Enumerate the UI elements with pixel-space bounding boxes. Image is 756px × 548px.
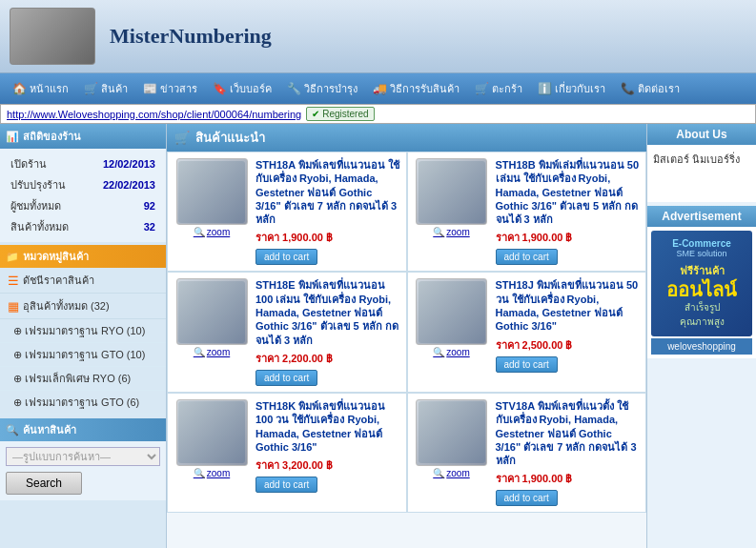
- zoom-icon-sth18k: 🔍: [194, 468, 205, 478]
- nav-about[interactable]: เกี่ยวกับเรา: [531, 77, 612, 100]
- search-button[interactable]: Search: [6, 472, 82, 495]
- search-section-header: 🔍 ค้นหาสินค้า: [0, 418, 166, 441]
- sidebar-subitem-ryo6[interactable]: ⊕ เฟรมเล็กพิเศษ RYO (6): [0, 367, 166, 391]
- url-text[interactable]: http://www.Weloveshopping.com/shop/clien…: [7, 109, 301, 120]
- main-nav: หน้าแรก สินค้า ข่าวสาร เว็บบอร์ค วิธีการ…: [0, 73, 756, 104]
- search-content: —รูปแบบการค้นหา— Search: [0, 441, 166, 500]
- product-name-stv18a[interactable]: STV18A พิมพ์เลขที่แนวตั้ง ใช้กับเครื่อง …: [496, 399, 641, 467]
- products-count-value: 32: [88, 217, 158, 236]
- zoom-icon-stv18a: 🔍: [433, 468, 444, 478]
- add-to-cart-sth18a[interactable]: add to cart: [255, 249, 317, 265]
- product-cell-sth18j: 🔍 zoom STH18J พิมพ์เลขที่แนวนอน 50 วน ใช…: [407, 272, 647, 392]
- product-img-wrap-sth18k: 🔍 zoom: [174, 399, 250, 506]
- site-title: MisterNumbering: [110, 24, 272, 49]
- ad-banner[interactable]: E-Commerce SME solution ฟรีร้านค้า ออนไล…: [651, 231, 752, 336]
- nav-cart[interactable]: ตะกร้า: [468, 77, 529, 100]
- product-name-sth18b[interactable]: STH18B พิมพ์เล่มที่แนวนอน 50 เล่มน ใช้กั…: [496, 158, 641, 226]
- product-img-wrap-sth18b: 🔍 zoom: [414, 158, 490, 265]
- zoom-link-sth18e[interactable]: 🔍 zoom: [194, 347, 230, 357]
- category-icon: 📁: [6, 251, 19, 263]
- product-cell-stv18a: 🔍 zoom STV18A พิมพ์เลขที่แนวตั้ง ใช้กับเ…: [407, 393, 647, 513]
- registered-label: Registered: [322, 109, 368, 119]
- product-name-sth18j[interactable]: STH18J พิมพ์เลขที่แนวนอน 50 วน ใช้กับเคร…: [496, 278, 641, 333]
- nav-news[interactable]: ข่าวสาร: [136, 77, 204, 100]
- stats-header: 📊 สถิติของร้าน: [0, 124, 166, 149]
- product-image-sth18j: [416, 278, 487, 345]
- main-content: 🛒 สินค้าแนะนำ 🔍 zoom STH18A พิมพ์เลขที่แ…: [167, 124, 646, 548]
- add-to-cart-sth18b[interactable]: add to cart: [496, 249, 558, 265]
- product-name-sth18k[interactable]: STH18K พิมพ์เลขที่แนวนอน 100 วน ใช้กับเค…: [255, 399, 400, 454]
- zoom-icon-sth18e: 🔍: [194, 347, 205, 357]
- product-info-sth18k: STH18K พิมพ์เลขที่แนวนอน 100 วน ใช้กับเค…: [255, 399, 400, 506]
- sidebar-subitem-gto6[interactable]: ⊕ เฟรมมาตราฐาน GTO (6): [0, 391, 166, 415]
- open-label: เปิดร้าน: [8, 154, 86, 173]
- product-cell-sth18e: 🔍 zoom STH18E พิมพ์เลขที่แนวนอน 100 เล่ม…: [167, 272, 407, 392]
- contact-icon: [621, 82, 635, 95]
- add-to-cart-sth18e[interactable]: add to cart: [255, 370, 317, 386]
- add-to-cart-sth18j[interactable]: add to cart: [496, 356, 558, 373]
- search-format-select[interactable]: —รูปแบบการค้นหา—: [6, 447, 160, 466]
- stats-row-open: เปิดร้าน 12/02/2013: [8, 154, 158, 173]
- zoom-icon-sth18j: 🔍: [433, 347, 444, 357]
- nav-webboard[interactable]: เว็บบอร์ค: [206, 77, 278, 100]
- zoom-link-stv18a[interactable]: 🔍 zoom: [433, 468, 469, 478]
- about-us-header: About Us: [647, 124, 756, 145]
- ad-sub-badge: SME solution: [655, 249, 748, 258]
- checkmark-icon: [312, 109, 319, 119]
- registered-badge: Registered: [306, 107, 374, 121]
- zoom-link-sth18a[interactable]: 🔍 zoom: [194, 227, 230, 237]
- product-price-stv18a: ราคา 1,900.00 ฿: [496, 470, 641, 487]
- product-image-sth18b: [416, 158, 487, 225]
- product-name-sth18e[interactable]: STH18E พิมพ์เลขที่แนวนอน 100 เล่มน ใช้กั…: [255, 278, 400, 346]
- right-sidebar: About Us มิสเตอร์ นิมเบอร์ริ่ง Advertise…: [646, 124, 756, 548]
- zoom-link-sth18j[interactable]: 🔍 zoom: [433, 347, 469, 357]
- ad-content: E-Commerce SME solution ฟรีร้านค้า ออนไล…: [647, 227, 756, 358]
- stats-row-update: ปรับปรุงร้าน 22/02/2013: [8, 175, 158, 194]
- list-icon: ☰: [8, 274, 19, 288]
- content-header: 🛒 สินค้าแนะนำ: [167, 124, 646, 152]
- page-header: MisterNumbering: [0, 0, 756, 73]
- category-header: 📁 หมวดหมู่สินค้า: [0, 245, 166, 268]
- stats-table: เปิดร้าน 12/02/2013 ปรับปรุงร้าน 22/02/2…: [0, 149, 166, 242]
- zoom-link-sth18k[interactable]: 🔍 zoom: [194, 468, 230, 478]
- nav-home-label: หน้าแรก: [30, 80, 69, 97]
- ryo6-label: เฟรมเล็กพิเศษ RYO (6): [25, 373, 131, 384]
- zoom-link-sth18b[interactable]: 🔍 zoom: [433, 227, 469, 237]
- left-sidebar: 📊 สถิติของร้าน เปิดร้าน 12/02/2013 ปรับป…: [0, 124, 167, 548]
- zoom-icon-sth18b: 🔍: [433, 227, 444, 237]
- ad-free-text: ฟรีร้านค้า: [655, 262, 748, 279]
- search-magnify-icon: 🔍: [6, 424, 19, 436]
- nav-delivery[interactable]: วิธีการรับสินค้า: [366, 77, 466, 100]
- nav-webboard-label: เว็บบอร์ค: [230, 80, 272, 97]
- product-img-wrap-stv18a: 🔍 zoom: [414, 399, 490, 506]
- nav-contact-label: ติดต่อเรา: [638, 80, 680, 97]
- ad-big-text: ออนไลน์: [655, 279, 748, 300]
- nav-contact[interactable]: ติดต่อเรา: [614, 77, 686, 100]
- add-to-cart-stv18a[interactable]: add to cart: [496, 490, 558, 506]
- cart-header-icon: 🛒: [174, 131, 190, 145]
- product-image-sth18a: [176, 158, 248, 225]
- open-value: 12/02/2013: [88, 154, 158, 173]
- nav-delivery-label: วิธีการรับสินค้า: [390, 80, 460, 97]
- product-info-sth18j: STH18J พิมพ์เลขที่แนวนอน 50 วน ใช้กับเคร…: [496, 278, 641, 385]
- stats-icon: 📊: [6, 131, 19, 143]
- nav-products[interactable]: สินค้า: [77, 77, 134, 100]
- sidebar-subitem-ryo10[interactable]: ⊕ เฟรมมาตราฐาน RYO (10): [0, 319, 166, 343]
- nav-maintenance[interactable]: วิธีการบำรุง: [280, 77, 364, 100]
- nav-maintenance-label: วิธีการบำรุง: [304, 80, 358, 97]
- sidebar-subitem-gto10[interactable]: ⊕ เฟรมมาตราฐาน GTO (10): [0, 343, 166, 367]
- product-price-sth18e: ราคา 2,200.00 ฿: [255, 350, 400, 367]
- nav-news-label: ข่าวสาร: [160, 80, 197, 97]
- add-to-cart-sth18k[interactable]: add to cart: [255, 477, 317, 493]
- nav-about-label: เกี่ยวกับเรา: [555, 80, 605, 97]
- gto10-label: เฟรมมาตราฐาน GTO (10): [25, 349, 145, 360]
- nav-home[interactable]: หน้าแรก: [6, 77, 75, 100]
- bookmark-icon: [213, 82, 227, 95]
- product-image-stv18a: [416, 399, 487, 466]
- sidebar-item-price-index[interactable]: ☰ ดัชนีราคาสินค้า: [0, 268, 166, 294]
- product-info-sth18a: STH18A พิมพ์เลขที่แนวนอน ใช้กับเครื่อง R…: [255, 158, 400, 265]
- sidebar-item-all-products[interactable]: ▦ อุสินค้าทั้งหมด (32): [0, 294, 166, 319]
- product-name-sth18a[interactable]: STH18A พิมพ์เลขที่แนวนอน ใช้กับเครื่อง R…: [255, 158, 400, 226]
- stats-header-label: สถิติของร้าน: [23, 128, 81, 145]
- visitors-value: 92: [88, 196, 158, 215]
